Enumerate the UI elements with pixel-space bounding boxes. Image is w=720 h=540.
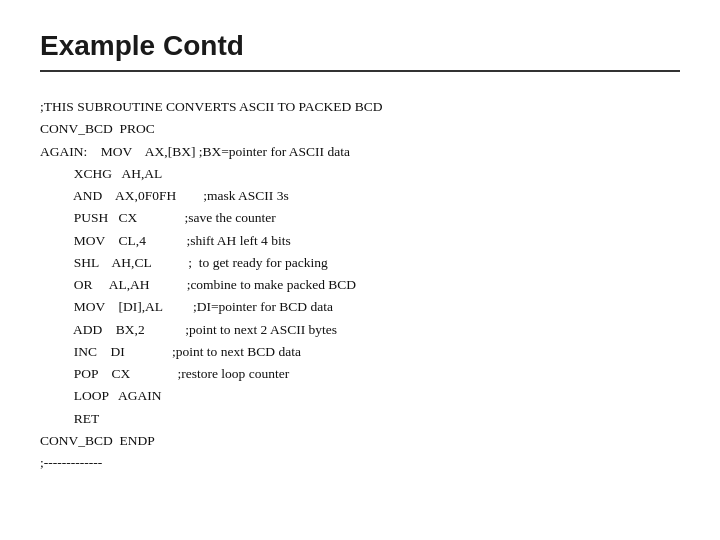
title-divider: [40, 70, 680, 72]
slide-title: Example Contd: [40, 30, 680, 62]
code-block: ;THIS SUBROUTINE CONVERTS ASCII TO PACKE…: [40, 96, 680, 475]
slide-container: Example Contd ;THIS SUBROUTINE CONVERTS …: [0, 0, 720, 540]
